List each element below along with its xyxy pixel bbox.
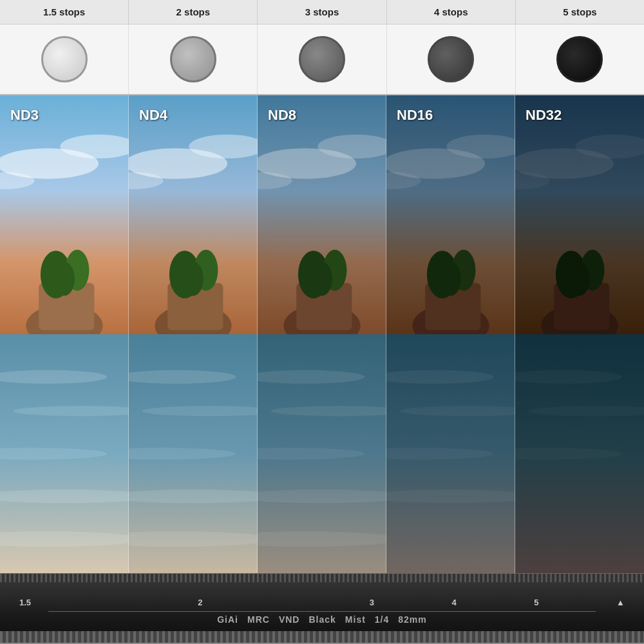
header-cell-5: 5 stops [516, 0, 644, 24]
ring-mist: Mist [345, 614, 366, 625]
filter-row [0, 24, 644, 95]
ring-brand: GiAi [217, 614, 238, 625]
svg-rect-45 [258, 95, 386, 573]
filter-circle-4 [428, 36, 474, 82]
photo-segment-nd3: ND3 [0, 95, 129, 573]
filter-circle-3 [299, 36, 345, 82]
photo-segment-nd8: ND8 [258, 95, 386, 573]
ring-mark-3: 3 [370, 598, 374, 607]
ring-mark-spacer1 [109, 598, 120, 607]
divider-nd4 [257, 95, 258, 573]
photo-row: ND3 [0, 95, 644, 573]
header-cell-2: 2 stops [129, 0, 258, 24]
header-cell-4: 4 stops [387, 0, 516, 24]
svg-point-13 [0, 489, 129, 503]
header-label-1: 1.5 stops [43, 6, 85, 17]
ring-mark-5: 5 [534, 598, 538, 607]
divider-nd3 [128, 95, 129, 573]
svg-point-29 [129, 531, 258, 547]
ring-arrow: ▲ [616, 598, 625, 607]
ring-mrc: MRC [247, 614, 270, 625]
header-label-5: 5 stops [563, 6, 597, 17]
filter-circle-2 [170, 36, 216, 82]
svg-point-14 [0, 531, 129, 547]
filter-circle-1 [41, 36, 88, 82]
divider-nd8 [386, 95, 386, 573]
ring-label-row: GiAi MRC VND Black Mist 1/4 82mm [217, 614, 427, 625]
filter-cell-3 [258, 24, 386, 94]
nd16-label: ND16 [397, 107, 433, 124]
photo-area: ND3 [0, 95, 644, 573]
filter-cell-4 [387, 24, 516, 94]
photo-segment-nd32: ND32 [515, 95, 644, 573]
nd8-label: ND8 [268, 107, 296, 124]
ring-size: 82mm [398, 614, 426, 625]
filter-cell-1 [0, 24, 129, 94]
svg-point-23 [183, 261, 204, 296]
divider-nd16 [515, 95, 515, 573]
filter-cell-5 [516, 24, 644, 94]
ring-black: Black [308, 614, 336, 625]
ring-bottom-knurling [0, 631, 644, 644]
ring-quarter: 1/4 [375, 614, 389, 625]
header-label-4: 4 stops [434, 6, 468, 17]
nd3-label: ND3 [10, 107, 39, 124]
header-row: 1.5 stops 2 stops 3 stops 4 stops 5 stop… [0, 0, 644, 24]
photo-segment-nd16: ND16 [386, 95, 515, 573]
svg-point-8 [54, 261, 75, 296]
ring-top-knurling [0, 573, 644, 582]
svg-rect-60 [386, 95, 515, 573]
main-container: 1.5 stops 2 stops 3 stops 4 stops 5 stop… [0, 0, 644, 644]
filter-ring: 1.5 2 3 4 5 ▲ GiAi MRC VND Black Mist 1/… [0, 573, 644, 644]
header-label-2: 2 stops [176, 6, 211, 17]
header-cell-3: 3 stops [258, 0, 386, 24]
header-label-3: 3 stops [305, 6, 339, 17]
header-cell-1: 1.5 stops [0, 0, 129, 24]
ring-mark-1-5: 1.5 [19, 598, 31, 607]
ring-markings-row: 1.5 2 3 4 5 ▲ [0, 598, 644, 607]
svg-point-28 [129, 489, 258, 503]
ring-scale-line [48, 611, 596, 612]
filter-cell-2 [129, 24, 258, 94]
ring-vnd: VND [279, 614, 300, 625]
ring-mark-4: 4 [451, 598, 456, 607]
nd4-label: ND4 [139, 107, 167, 124]
svg-rect-74 [515, 95, 644, 573]
ring-mark-spacer2 [280, 598, 292, 607]
nd32-label: ND32 [526, 107, 562, 124]
ring-mark-2: 2 [198, 598, 202, 607]
filter-circle-5 [556, 36, 603, 82]
photo-segment-nd4: ND4 [129, 95, 258, 573]
